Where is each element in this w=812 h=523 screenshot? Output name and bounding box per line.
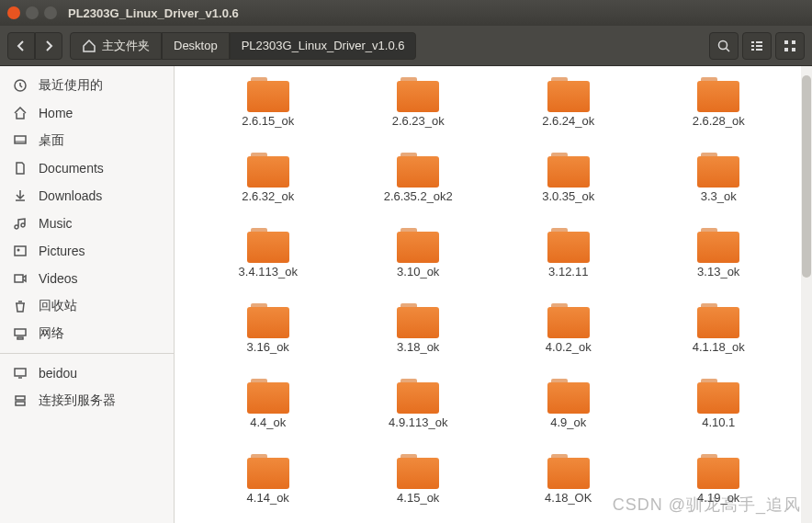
folder-item[interactable]: 3.13_ok: [648, 228, 790, 298]
svg-rect-23: [16, 402, 25, 405]
folder-label: 4.9_ok: [550, 415, 586, 429]
folder-icon: [247, 228, 289, 263]
folder-item[interactable]: 4.0.2_ok: [497, 303, 639, 373]
path-segment-current[interactable]: PL2303G_Linux_Driver_v1.0.6: [230, 32, 417, 60]
path-home[interactable]: 主文件夹: [70, 32, 162, 60]
folder-item[interactable]: 4.1.18_ok: [648, 303, 790, 373]
svg-rect-6: [751, 49, 754, 51]
folder-label: 4.0.2_ok: [546, 340, 592, 354]
folder-item[interactable]: 4.14_ok: [197, 454, 339, 523]
folder-label: 3.10_ok: [397, 265, 439, 279]
folder-icon: [697, 228, 739, 263]
picture-icon: [13, 244, 28, 258]
search-button[interactable]: [709, 32, 739, 60]
folder-item[interactable]: 3.0.35_ok: [497, 153, 639, 222]
folder-item[interactable]: 3.12.11: [497, 228, 639, 298]
folder-item[interactable]: 3.10_ok: [347, 228, 490, 298]
folder-item[interactable]: 2.6.32_ok: [197, 153, 339, 222]
nav-forward-button[interactable]: [35, 32, 62, 60]
folder-label: 2.6.24_ok: [542, 114, 594, 128]
sidebar-item-picture[interactable]: Pictures: [0, 237, 174, 265]
sidebar-item-clock[interactable]: 最近使用的: [0, 72, 174, 99]
folder-item[interactable]: 3.16_ok: [197, 303, 339, 373]
folder-item[interactable]: 2.6.15_ok: [197, 77, 339, 147]
sidebar-item-label: Videos: [39, 271, 78, 286]
folder-icon: [397, 303, 439, 338]
svg-rect-15: [15, 246, 26, 256]
folder-label: 4.1.18_ok: [693, 340, 745, 354]
sidebar-item-trash[interactable]: 回收站: [0, 292, 174, 320]
folder-item[interactable]: 2.6.24_ok: [497, 77, 639, 147]
svg-point-16: [17, 249, 20, 252]
folder-icon: [697, 379, 739, 414]
folder-label: 3.18_ok: [397, 340, 439, 354]
path-segment-desktop[interactable]: Desktop: [162, 32, 230, 60]
sidebar-item-computer[interactable]: beidou: [0, 359, 174, 387]
folder-label: 3.0.35_ok: [542, 189, 594, 203]
sidebar-item-label: 最近使用的: [39, 77, 103, 94]
folder-label: 2.6.35.2_ok2: [384, 189, 453, 203]
svg-rect-9: [792, 40, 795, 44]
folder-icon: [397, 153, 439, 188]
sidebar-item-doc[interactable]: Documents: [0, 154, 174, 182]
folder-item[interactable]: 4.15_ok: [347, 454, 490, 523]
folder-item[interactable]: 3.18_ok: [347, 303, 490, 373]
sidebar-item-desktop[interactable]: 桌面: [0, 127, 174, 154]
folder-item[interactable]: 2.6.35.2_ok2: [347, 153, 490, 222]
nav-back-button[interactable]: [7, 32, 35, 60]
svg-rect-5: [756, 45, 762, 47]
folder-icon: [397, 77, 439, 112]
folder-label: 3.3_ok: [701, 189, 737, 203]
svg-rect-20: [15, 369, 26, 376]
svg-rect-13: [15, 136, 26, 143]
sidebar-item-home[interactable]: Home: [0, 99, 174, 127]
folder-item[interactable]: 4.10.1: [648, 379, 790, 449]
folder-icon: [397, 454, 439, 489]
sidebar-item-download[interactable]: Downloads: [0, 182, 174, 210]
folder-label: 4.19_ok: [697, 491, 739, 505]
view-grid-button[interactable]: [775, 32, 805, 60]
window-close-button[interactable]: [7, 6, 20, 19]
svg-rect-3: [756, 41, 762, 43]
folder-item[interactable]: 2.6.28_ok: [648, 77, 790, 147]
folder-icon: [547, 303, 590, 338]
sidebar-item-label: Documents: [39, 161, 104, 176]
folder-label: 4.4_ok: [250, 415, 286, 429]
window-maximize-button[interactable]: [44, 6, 57, 19]
breadcrumb: 主文件夹 Desktop PL2303G_Linux_Driver_v1.0.6: [70, 32, 416, 60]
folder-label: 3.13_ok: [697, 265, 739, 279]
sidebar-item-network[interactable]: 网络: [0, 320, 174, 347]
sidebar-item-server[interactable]: 连接到服务器: [0, 387, 174, 415]
scrollbar-thumb[interactable]: [802, 75, 811, 278]
folder-item[interactable]: 4.18_OK: [497, 454, 639, 523]
sidebar-item-music[interactable]: Music: [0, 210, 174, 237]
folder-item[interactable]: 4.4_ok: [197, 379, 339, 449]
scrollbar[interactable]: [801, 66, 812, 523]
folder-icon: [547, 77, 590, 112]
grid-icon: [783, 39, 797, 53]
svg-rect-17: [15, 275, 23, 282]
view-list-button[interactable]: [742, 32, 772, 60]
search-icon: [716, 39, 731, 53]
sidebar-item-label: Downloads: [39, 188, 102, 203]
folder-icon: [247, 379, 289, 414]
window-minimize-button[interactable]: [26, 6, 39, 19]
folder-item[interactable]: 3.3_ok: [648, 153, 790, 222]
home-icon: [13, 106, 28, 120]
sidebar-item-video[interactable]: Videos: [0, 265, 174, 292]
folder-item[interactable]: 4.19_ok: [648, 454, 790, 523]
titlebar: PL2303G_Linux_Driver_v1.0.6: [0, 0, 812, 26]
svg-rect-8: [784, 40, 788, 44]
folder-label: 4.14_ok: [247, 491, 289, 505]
folder-icon: [547, 454, 590, 489]
sidebar-item-label: Music: [39, 216, 73, 231]
folder-icon: [247, 77, 289, 112]
folder-item[interactable]: 3.4.113_ok: [197, 228, 339, 298]
folder-item[interactable]: 2.6.23_ok: [347, 77, 490, 147]
folder-item[interactable]: 4.9.113_ok: [347, 379, 490, 449]
sidebar-item-label: beidou: [39, 366, 77, 381]
folder-item[interactable]: 4.9_ok: [497, 379, 639, 449]
folder-icon: [547, 153, 590, 188]
folder-icon: [247, 303, 289, 338]
svg-line-1: [727, 48, 730, 51]
